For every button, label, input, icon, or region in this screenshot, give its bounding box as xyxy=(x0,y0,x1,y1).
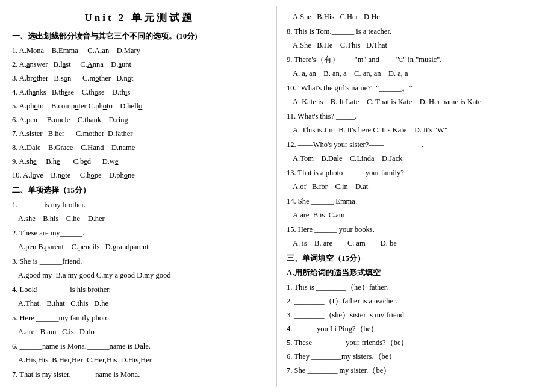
left-column: Unit 2 单元测试题 一、选出划线部分读音与其它三个不同的选项。(10分) … xyxy=(0,6,277,387)
vocab-q8: 8. A.Dale B.Grace C.Hand D.name xyxy=(12,142,267,154)
mc-q14: 14. She ______ Emma. A.are B.is C.am xyxy=(287,195,544,221)
fill-q6: 6. They ________my sisters.（be） xyxy=(287,350,544,362)
vocab-q10: 10. A.love B.note C.hope D.phone xyxy=(12,169,267,181)
mc-q12: 12. ——Who's your sister?——__________. A.… xyxy=(287,138,544,164)
right-column: A.She B.His C.Her D.He 8. This is Tom.__… xyxy=(277,6,554,387)
section3a-title: A.用所给词的适当形式填空 xyxy=(287,267,544,278)
mc-q4: 4. Look!________ is his brother. A.That.… xyxy=(12,284,267,310)
page-container: Unit 2 单元测试题 一、选出划线部分读音与其它三个不同的选项。(10分) … xyxy=(0,0,554,392)
fill-q7: 7. She ________ my sister.（be） xyxy=(287,364,544,376)
vocab-q3: 3. A.brother B.son C.mother D.not xyxy=(12,72,267,84)
fill-q4: 4. ______you Li Ping?（be） xyxy=(287,323,544,335)
mc-q13: 13. That is a photo______your family? A.… xyxy=(287,167,544,193)
vocab-q9: 9. A.she B.he C.bed D.we xyxy=(12,155,267,167)
mc-q5: 5. Here ______my family photo. A.are B.a… xyxy=(12,312,267,338)
fill-q5: 5. These ________ your friends?（be） xyxy=(287,337,544,349)
mc-q2: 2. These are my______. A.pen B.parent C.… xyxy=(12,227,267,253)
vocab-q6: 6. A.pen B.uncle C.thank D.ring xyxy=(12,114,267,126)
mc-q6: 6. ______name is Mona.______name is Dale… xyxy=(12,340,267,366)
section1-title: 一、选出划线部分读音与其它三个不同的选项。(10分) xyxy=(12,31,267,42)
vocab-q7: 7. A.sister B.her C.mother D.father xyxy=(12,128,267,140)
vocab-q2: 2. A.answer B.last C.Anna D.aunt xyxy=(12,58,267,70)
mc-q10: 10. "What's the girl's name?" "______。" … xyxy=(287,82,544,108)
mc-q1: 1. ______ is my brother. A.she B.his C.h… xyxy=(12,199,267,225)
fill-q2: 2. ________（I）father is a teacher. xyxy=(287,295,544,307)
section3-title: 三、单词填空（15分） xyxy=(287,253,544,264)
mc-q8: 8. This is Tom.______ is a teacher. A.Sh… xyxy=(287,25,544,51)
vocab-q4: 4. A.thanks B.these C.those D.this xyxy=(12,86,267,98)
mc-q7: 7. That is my sister. ______name is Mona… xyxy=(12,369,267,381)
vocab-q1: 1. A.Mona B.Emma C.Alan D.Mary xyxy=(12,45,267,57)
mc-q15: 15. Here ______ your books. A. is B. are… xyxy=(287,223,544,249)
section2-title: 二、单项选择（15分） xyxy=(12,185,267,196)
fill-q1: 1. This is ________（he）father. xyxy=(287,281,544,293)
mc-q9: 9. There's（有）____"m" and ____"u" in "mus… xyxy=(287,54,544,79)
page-title: Unit 2 单元测试题 xyxy=(12,11,267,25)
mc-q11: 11. What's this? _____. A. This is Jim B… xyxy=(287,110,544,136)
mc-q7-options: A.She B.His C.Her D.He xyxy=(287,11,544,23)
mc-q3: 3. She is ______friend. A.good my B.a my… xyxy=(12,255,267,281)
fill-q3: 3. ________（she）sister is my friend. xyxy=(287,309,544,321)
vocab-q5: 5. A.photo B.computer C.photo D.hello xyxy=(12,100,267,112)
